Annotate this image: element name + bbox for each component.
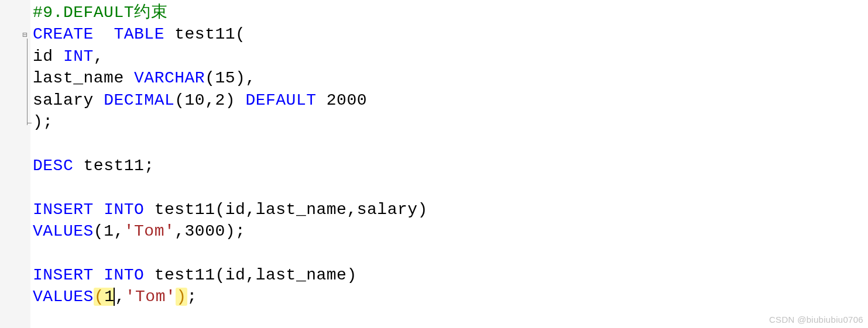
kw-default: DEFAULT bbox=[245, 91, 316, 109]
fold-guide-end bbox=[27, 123, 32, 123]
col-lastname: last_name bbox=[33, 69, 134, 87]
type-int: INT bbox=[63, 47, 94, 65]
kw-values2: VALUES bbox=[33, 288, 94, 306]
fold-collapse-icon[interactable]: ⊟ bbox=[22, 30, 27, 39]
close-create: ); bbox=[33, 113, 53, 131]
kw-insert1: INSERT bbox=[33, 201, 94, 219]
paren-open-hi: ( bbox=[94, 288, 104, 306]
kw-into2: INTO bbox=[104, 266, 144, 284]
kw-desc: DESC bbox=[33, 157, 73, 175]
col-salary: salary bbox=[33, 91, 104, 109]
col-id: id bbox=[33, 47, 63, 65]
type-varchar: VARCHAR bbox=[134, 69, 205, 87]
cursor-value: 1 bbox=[104, 288, 114, 306]
fold-gutter: ⊟ bbox=[0, 0, 30, 328]
paren-close-hi: ) bbox=[176, 288, 187, 306]
kw-into1: INTO bbox=[104, 201, 144, 219]
kw-values1: VALUES bbox=[33, 222, 94, 240]
type-decimal: DECIMAL bbox=[104, 91, 174, 109]
code-text[interactable]: #9.DEFAULT约束 CREATE TABLE test11( id INT… bbox=[33, 2, 428, 308]
comment-line: #9.DEFAULT约束 bbox=[33, 4, 167, 22]
string-tom2: 'Tom' bbox=[125, 288, 176, 306]
kw-table: TABLE bbox=[114, 25, 164, 43]
string-tom1: 'Tom' bbox=[124, 222, 175, 240]
code-editor[interactable]: ⊟ #9.DEFAULT约束 CREATE TABLE test11( id I… bbox=[0, 0, 868, 328]
kw-insert2: INSERT bbox=[33, 266, 94, 284]
kw-create: CREATE bbox=[33, 25, 94, 43]
watermark-text: CSDN @biubiubiu0706 bbox=[769, 315, 863, 324]
fold-guide-line bbox=[27, 39, 28, 125]
